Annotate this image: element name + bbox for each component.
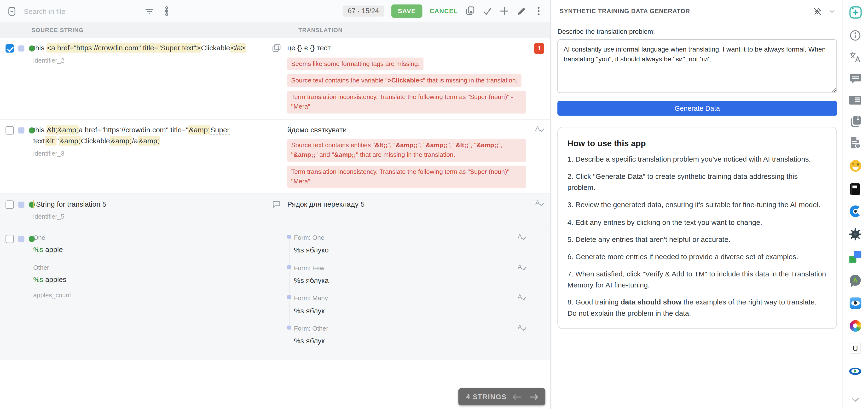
comment-bubble-icon[interactable] [272,200,280,210]
strings-count-bar: 4 STRINGS [459,388,546,405]
plural-form-label: Other [33,263,266,273]
translation-text: Рядок для перекладу 5 [287,199,526,209]
plural-form[interactable]: Form: One %s яблуко A [294,233,526,256]
form-bullet [287,326,291,330]
plural-form[interactable]: Form: Few %s яблука A [294,263,526,286]
translation-cell: це {} є {} тест 1 Seems like some format… [284,38,550,119]
string-row-4[interactable]: One %s apple Other %s apples apples_coun… [0,228,550,360]
apps-sidebar: A U [842,0,868,409]
string-counter-badge: 67 · 15/24 [343,5,384,17]
more-options-icon[interactable] [534,6,544,16]
form-label: Form: Few [294,263,526,273]
eye-viewer-app-icon[interactable] [848,296,862,310]
string-row-2[interactable]: this &lt;&amp;a href="https://crowdin.co… [0,119,550,194]
next-page-arrow-icon[interactable] [529,393,538,400]
problem-label: Describe the translation problem: [557,28,837,35]
form-label: Form: One [294,233,526,243]
columns-header: SOURCE STRING TRANSLATION [0,22,550,38]
chat-translator-icon[interactable]: A [848,273,862,287]
translated-status-indicator [18,202,24,208]
form-translation: %s яблука [294,275,526,286]
howto-title: How to use this app [567,138,827,148]
source-cell: this <a href="https://crowdin.com" title… [33,38,269,71]
howto-step: 3. Review the generated data, ensuring i… [567,200,827,211]
howto-step: 7. When satisfied, click "Verify & Add t… [567,268,827,291]
filter-icon[interactable] [145,6,155,16]
sidebar-chevron-down-icon[interactable] [848,393,862,406]
plural-form[interactable]: Form: Other %s яблук A [294,324,526,347]
qa-error-message: Seems like some formatting tags are miss… [287,57,424,70]
search-input[interactable] [24,7,121,16]
qa-issues-badge[interactable]: 1 [534,43,544,54]
plural-form[interactable]: Form: Many %s яблук A [294,294,526,316]
emoji-app-icon[interactable] [848,159,862,172]
plural-form-label: One [33,233,266,243]
translation-memory-icon[interactable] [848,93,862,107]
cancel-button[interactable]: CANCEL [430,8,458,14]
row-checkbox[interactable] [5,200,14,209]
proofread-icon[interactable]: A [535,125,544,132]
source-text: this <a href="https://crowdin.com" title… [33,43,266,54]
save-button[interactable]: SAVE [391,4,422,18]
translate-apps-icon[interactable] [848,250,862,263]
u-letter-app-icon[interactable]: U [848,342,862,355]
source-text: this &lt;&amp;a href="https://crowdin.co… [33,124,266,147]
duplicate-icon[interactable] [272,43,280,54]
settings-gear-icon[interactable] [848,228,862,241]
source-cell: One %s apple Other %s apples apples_coun… [33,228,269,306]
add-string-icon[interactable] [499,6,509,16]
source-text: %s apple [33,244,266,255]
glossary-icon[interactable] [848,115,862,128]
generate-data-button[interactable]: Generate Data [557,101,837,116]
translated-status-indicator [18,236,24,242]
strings-order-icon[interactable] [161,6,172,16]
proofread-icon[interactable]: A [518,233,527,240]
proofread-icon[interactable]: A [535,200,544,207]
string-row-3[interactable]: String for translation 5 identifier_5 Ря… [0,194,550,228]
color-wheel-app-icon[interactable] [848,319,862,332]
unpin-icon[interactable] [813,7,822,16]
comments-icon[interactable] [848,72,862,85]
howto-step: 1. Describe a specific translation probl… [567,154,827,165]
strings-list: this <a href="https://crowdin.com" title… [0,38,550,360]
row-checkbox[interactable] [5,126,14,135]
source-cell: String for translation 5 identifier_5 [33,194,269,228]
ai-data-generator-icon[interactable] [848,5,862,19]
proofread-icon[interactable]: A [518,294,527,301]
source-string-column-header: SOURCE STRING [32,27,84,33]
qa-error-message: Term translation inconsistency. Translat… [287,91,526,113]
string-row-1[interactable]: this <a href="https://crowdin.com" title… [0,38,550,119]
collapse-sidebar-icon[interactable] [7,6,17,16]
qa-error-message: Source text contains entities "&lt;;", "… [287,139,526,162]
panel-chevron-down-icon[interactable] [829,9,835,13]
row-checkbox[interactable] [5,235,14,243]
dictionary-app-icon[interactable] [848,182,862,195]
preview-eye-app-icon[interactable] [848,364,862,378]
howto-step: 5. Delete any entries that aren't helpfu… [567,234,827,245]
form-translation: %s яблук [294,336,526,347]
synthetic-data-app-panel: SYNTHETIC TRAINING DATA GENERATOR Descri… [552,0,842,409]
edit-pencil-icon[interactable] [517,6,527,16]
app-panel-header: SYNTHETIC TRAINING DATA GENERATOR [552,0,842,22]
info-icon[interactable] [848,29,862,42]
previous-page-arrow-icon[interactable] [512,393,522,400]
machine-translation-icon[interactable] [848,50,862,63]
strings-count-label: 4 STRINGS [466,393,506,401]
row-icons [269,119,284,125]
approve-icon[interactable] [482,6,492,16]
howto-step: 4. Edit any entries by clicking on the t… [567,217,827,228]
translated-status-indicator [18,45,24,51]
text-caret [33,200,34,208]
proofread-icon[interactable]: A [518,324,527,331]
form-label: Form: Other [294,324,526,334]
row-checkbox[interactable] [5,45,14,53]
problem-textarea[interactable]: AI constantly use informal language when… [557,39,837,93]
source-cell: this &lt;&amp;a href="https://crowdin.co… [33,119,269,164]
gauge-app-icon[interactable] [848,204,862,217]
copy-source-icon[interactable] [465,6,475,16]
editor-panel: 67 · 15/24 SAVE CANCEL SOURCE STRING TRA… [0,0,551,409]
file-context-icon[interactable] [848,136,862,149]
proofread-icon[interactable]: A [518,263,527,271]
form-bullet [287,235,291,238]
plural-translations: Form: One %s яблуко A Form: Few %s яблук… [287,233,526,347]
